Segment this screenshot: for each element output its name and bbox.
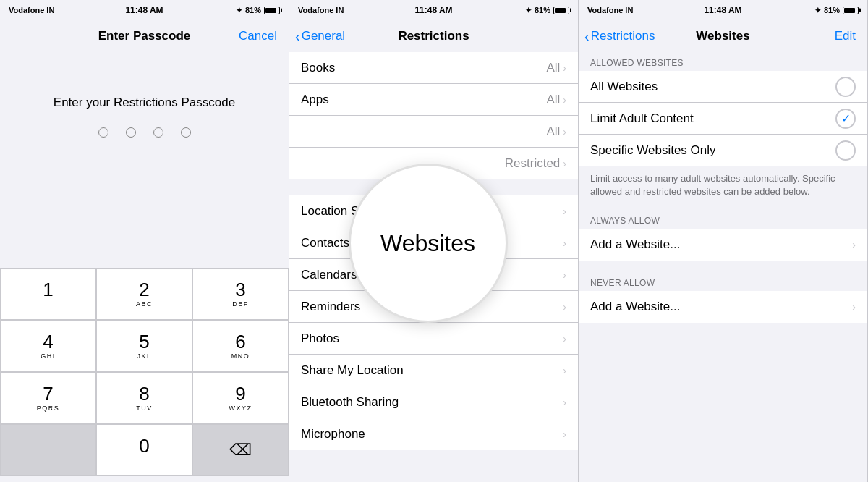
restriction-right-sub-5: ›	[563, 365, 566, 376]
restriction-right-sub-0: ›	[563, 206, 566, 217]
cancel-button[interactable]: Cancel	[239, 29, 277, 43]
restriction-value-0: All	[546, 61, 560, 75]
bluetooth-icon-3: ✦	[814, 6, 821, 15]
battery-percent-3: 81%	[824, 6, 840, 14]
allowed-item-2[interactable]: Specific Websites Only	[579, 135, 867, 166]
key-number: 8	[139, 384, 149, 403]
checkmark-checked-icon: ✓	[835, 109, 856, 129]
key-number: 7	[43, 384, 53, 403]
panel-passcode: Vodafone IN 11:48 AM ✦ 81% Enter Passcod…	[0, 0, 289, 482]
restriction-value-2: All	[546, 124, 560, 139]
dot-1	[98, 127, 109, 138]
restriction-item-1[interactable]: AppsAll›	[289, 84, 578, 116]
websites-title: Websites	[696, 29, 749, 43]
nav-bar-passcode: Enter Passcode Cancel	[0, 20, 289, 52]
edit-button[interactable]: Edit	[835, 29, 856, 43]
chevron-icon-1: ›	[563, 94, 566, 106]
key-number: 2	[139, 280, 149, 299]
status-bar-1: Vodafone IN 11:48 AM ✦ 81%	[0, 0, 289, 20]
dot-2	[126, 127, 136, 138]
chevron-icon-sub-7: ›	[563, 428, 566, 440]
allowed-item-0[interactable]: All Websites	[579, 71, 867, 103]
back-label-websites: Restrictions	[591, 29, 655, 43]
key-number: 5	[139, 332, 149, 351]
chevron-icon-2: ›	[563, 126, 566, 138]
checkmark-empty-icon	[835, 77, 856, 97]
always-add-item[interactable]: Add a Website... ›	[579, 229, 867, 261]
battery-icon-2	[553, 7, 569, 14]
numpad-key-0[interactable]: 0X	[96, 424, 192, 476]
time-3: 11:48 AM	[704, 5, 741, 15]
key-number: 4	[43, 332, 53, 351]
numpad-key-7[interactable]: 7PQRS	[0, 372, 96, 424]
passcode-dots	[98, 127, 191, 138]
key-number: 1	[43, 280, 53, 299]
restriction-item-2[interactable]: All›	[289, 116, 578, 148]
numpad-key-3[interactable]: 3DEF	[192, 268, 289, 320]
circle-label: Websites	[380, 230, 475, 257]
restriction-right-sub-7: ›	[563, 428, 566, 440]
restriction-label-sub-5: Share My Location	[301, 363, 404, 378]
restriction-item-sub-7[interactable]: Microphone›	[289, 418, 578, 450]
carrier-3: Vodafone IN	[587, 6, 633, 14]
panel-restrictions: Vodafone IN 11:48 AM ✦ 81% ‹ General Res…	[289, 0, 579, 482]
numpad-key-6[interactable]: 6MNO	[192, 320, 289, 372]
status-right-2: ✦ 81%	[525, 6, 569, 15]
restriction-right-2: All›	[546, 124, 566, 139]
numpad-key-8[interactable]: 8TUV	[96, 372, 192, 424]
numpad-key-5[interactable]: 5JKL	[96, 320, 192, 372]
restriction-item-0[interactable]: BooksAll›	[289, 52, 578, 84]
back-arrow-icon: ‹	[295, 29, 300, 43]
back-label-restrictions: General	[302, 29, 345, 43]
bluetooth-icon-1: ✦	[236, 6, 242, 15]
restriction-value-3: Restricted	[505, 156, 561, 171]
allowed-label-1: Limit Adult Content	[590, 111, 694, 126]
chevron-icon-sub-0: ›	[563, 206, 566, 217]
restriction-label-sub-2: Calendars	[301, 268, 357, 282]
restriction-item-sub-6[interactable]: Bluetooth Sharing›	[289, 386, 578, 418]
key-number: 6	[235, 332, 245, 351]
chevron-icon-sub-1: ›	[563, 237, 566, 249]
restriction-label-sub-1: Contacts	[301, 236, 349, 250]
allowed-item-1[interactable]: Limit Adult Content✓	[579, 103, 867, 135]
numpad-key-⌫[interactable]: ⌫	[192, 424, 289, 476]
numpad: 1X2ABC3DEF4GHI5JKL6MNO7PQRS8TUV9WXYZ0X⌫	[0, 268, 289, 482]
panel-websites: Vodafone IN 11:48 AM ✦ 81% ‹ Restriction…	[579, 0, 868, 482]
back-button-websites[interactable]: ‹ Restrictions	[584, 29, 655, 43]
restriction-right-sub-1: ›	[563, 237, 566, 249]
restriction-item-sub-5[interactable]: Share My Location›	[289, 355, 578, 386]
numpad-key-2[interactable]: 2ABC	[96, 268, 192, 320]
delete-icon: ⌫	[229, 442, 252, 458]
numpad-key-1[interactable]: 1X	[0, 268, 96, 320]
always-allow-header: ALWAYS ALLOW	[579, 210, 867, 229]
carrier-2: Vodafone IN	[298, 6, 344, 14]
numpad-key-9[interactable]: 9WXYZ	[192, 372, 289, 424]
key-number: 0	[139, 436, 149, 455]
carrier-1: Vodafone IN	[9, 6, 54, 14]
key-letters: GHI	[41, 352, 56, 360]
key-letters: TUV	[136, 405, 153, 412]
restriction-label-1: Apps	[301, 93, 329, 107]
back-button-restrictions[interactable]: ‹ General	[295, 29, 345, 43]
battery-icon-3	[843, 7, 859, 14]
key-number: 3	[235, 280, 245, 299]
never-add-item[interactable]: Add a Website... ›	[579, 291, 867, 323]
allowed-items: All WebsitesLimit Adult Content✓Specific…	[579, 71, 867, 166]
numpad-key-4[interactable]: 4GHI	[0, 320, 96, 372]
restriction-value-1: All	[546, 93, 560, 107]
key-number: 9	[235, 384, 245, 403]
status-left-1: Vodafone IN	[9, 6, 54, 14]
allowed-label-2: Specific Websites Only	[590, 143, 716, 158]
websites-footer: Limit access to many adult websites auto…	[579, 166, 867, 210]
chevron-icon-sub-6: ›	[563, 397, 566, 408]
never-allow-header: NEVER ALLOW	[579, 272, 867, 291]
key-letters: PQRS	[37, 405, 60, 412]
key-letters: ABC	[136, 300, 153, 308]
restriction-right-sub-4: ›	[563, 333, 566, 344]
chevron-icon-sub-2: ›	[563, 269, 566, 281]
numpad-key-empty[interactable]	[0, 424, 96, 476]
time-1: 11:48 AM	[125, 5, 163, 15]
key-letters: WXYZ	[229, 405, 252, 412]
restriction-item-sub-4[interactable]: Photos›	[289, 323, 578, 355]
restriction-label-sub-6: Bluetooth Sharing	[301, 395, 399, 410]
